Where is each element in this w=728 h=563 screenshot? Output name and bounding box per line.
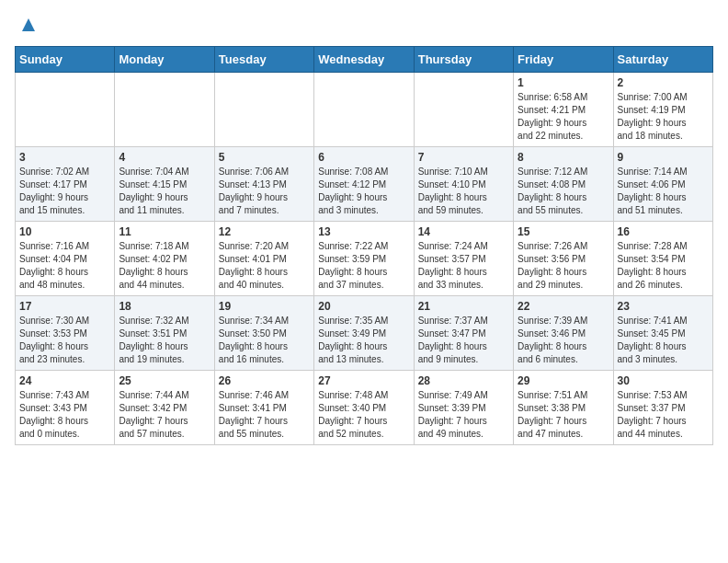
day-info: Sunrise: 7:12 AM Sunset: 4:08 PM Dayligh… (518, 166, 609, 217)
calendar-cell: 5Sunrise: 7:06 AM Sunset: 4:13 PM Daylig… (214, 147, 313, 222)
calendar-cell: 6Sunrise: 7:08 AM Sunset: 4:12 PM Daylig… (314, 147, 414, 222)
calendar-cell: 22Sunrise: 7:39 AM Sunset: 3:46 PM Dayli… (514, 296, 613, 371)
calendar-cell: 25Sunrise: 7:44 AM Sunset: 3:42 PM Dayli… (115, 371, 214, 445)
day-number: 20 (318, 300, 409, 313)
day-info: Sunrise: 7:16 AM Sunset: 4:04 PM Dayligh… (19, 240, 110, 292)
day-number: 26 (219, 374, 310, 387)
day-number: 7 (418, 151, 509, 164)
calendar-cell (16, 73, 115, 147)
day-info: Sunrise: 7:18 AM Sunset: 4:02 PM Dayligh… (119, 240, 210, 292)
day-info: Sunrise: 7:34 AM Sunset: 3:50 PM Dayligh… (219, 315, 310, 366)
calendar-week-5: 24Sunrise: 7:43 AM Sunset: 3:43 PM Dayli… (16, 371, 713, 445)
day-number: 22 (518, 300, 609, 313)
day-header-thursday: Thursday (414, 47, 513, 73)
calendar-cell: 10Sunrise: 7:16 AM Sunset: 4:04 PM Dayli… (16, 222, 115, 296)
day-info: Sunrise: 7:37 AM Sunset: 3:47 PM Dayligh… (418, 315, 509, 366)
calendar-cell (414, 73, 513, 147)
calendar-cell: 7Sunrise: 7:10 AM Sunset: 4:10 PM Daylig… (414, 147, 513, 222)
day-header-monday: Monday (115, 47, 214, 73)
calendar-cell: 12Sunrise: 7:20 AM Sunset: 4:01 PM Dayli… (214, 222, 313, 296)
day-info: Sunrise: 7:39 AM Sunset: 3:46 PM Dayligh… (518, 315, 609, 366)
day-number: 30 (618, 374, 709, 387)
calendar-cell (214, 73, 313, 147)
calendar-cell: 16Sunrise: 7:28 AM Sunset: 3:54 PM Dayli… (613, 222, 712, 296)
calendar-cell: 19Sunrise: 7:34 AM Sunset: 3:50 PM Dayli… (214, 296, 313, 371)
day-info: Sunrise: 7:06 AM Sunset: 4:13 PM Dayligh… (219, 166, 310, 217)
header (15, 15, 713, 35)
calendar-cell: 4Sunrise: 7:04 AM Sunset: 4:15 PM Daylig… (115, 147, 214, 222)
calendar-cell: 8Sunrise: 7:12 AM Sunset: 4:08 PM Daylig… (514, 147, 613, 222)
calendar-cell: 2Sunrise: 7:00 AM Sunset: 4:19 PM Daylig… (613, 73, 712, 147)
calendar-cell: 13Sunrise: 7:22 AM Sunset: 3:59 PM Dayli… (314, 222, 414, 296)
day-info: Sunrise: 7:14 AM Sunset: 4:06 PM Dayligh… (618, 166, 709, 217)
calendar-cell: 1Sunrise: 6:58 AM Sunset: 4:21 PM Daylig… (514, 73, 613, 147)
day-info: Sunrise: 7:35 AM Sunset: 3:49 PM Dayligh… (318, 315, 409, 366)
day-number: 3 (19, 151, 110, 164)
day-header-saturday: Saturday (613, 47, 712, 73)
svg-marker-0 (22, 18, 35, 31)
day-number: 2 (618, 76, 709, 89)
day-info: Sunrise: 7:20 AM Sunset: 4:01 PM Dayligh… (219, 240, 310, 292)
day-info: Sunrise: 6:58 AM Sunset: 4:21 PM Dayligh… (518, 91, 609, 143)
day-info: Sunrise: 7:02 AM Sunset: 4:17 PM Dayligh… (19, 166, 110, 217)
day-header-friday: Friday (514, 47, 613, 73)
day-info: Sunrise: 7:26 AM Sunset: 3:56 PM Dayligh… (518, 240, 609, 292)
day-header-tuesday: Tuesday (214, 47, 313, 73)
calendar-cell: 27Sunrise: 7:48 AM Sunset: 3:40 PM Dayli… (314, 371, 414, 445)
day-info: Sunrise: 7:00 AM Sunset: 4:19 PM Dayligh… (618, 91, 709, 143)
calendar-cell: 18Sunrise: 7:32 AM Sunset: 3:51 PM Dayli… (115, 296, 214, 371)
day-info: Sunrise: 7:44 AM Sunset: 3:42 PM Dayligh… (119, 389, 210, 441)
calendar-week-4: 17Sunrise: 7:30 AM Sunset: 3:53 PM Dayli… (16, 296, 713, 371)
day-info: Sunrise: 7:08 AM Sunset: 4:12 PM Dayligh… (318, 166, 409, 217)
day-number: 14 (418, 225, 509, 238)
calendar-week-1: 1Sunrise: 6:58 AM Sunset: 4:21 PM Daylig… (16, 73, 713, 147)
day-number: 9 (618, 151, 709, 164)
day-header-sunday: Sunday (16, 47, 115, 73)
day-number: 16 (618, 225, 709, 238)
calendar-cell (115, 73, 214, 147)
day-info: Sunrise: 7:24 AM Sunset: 3:57 PM Dayligh… (418, 240, 509, 292)
calendar-cell: 11Sunrise: 7:18 AM Sunset: 4:02 PM Dayli… (115, 222, 214, 296)
day-number: 27 (318, 374, 409, 387)
day-info: Sunrise: 7:53 AM Sunset: 3:37 PM Dayligh… (618, 389, 709, 441)
day-info: Sunrise: 7:48 AM Sunset: 3:40 PM Dayligh… (318, 389, 409, 441)
day-number: 21 (418, 300, 509, 313)
day-number: 17 (19, 300, 110, 313)
calendar-week-2: 3Sunrise: 7:02 AM Sunset: 4:17 PM Daylig… (16, 147, 713, 222)
day-number: 6 (318, 151, 409, 164)
day-info: Sunrise: 7:28 AM Sunset: 3:54 PM Dayligh… (618, 240, 709, 292)
day-number: 23 (618, 300, 709, 313)
day-number: 24 (19, 374, 110, 387)
day-info: Sunrise: 7:49 AM Sunset: 3:39 PM Dayligh… (418, 389, 509, 441)
logo (15, 15, 39, 35)
day-info: Sunrise: 7:51 AM Sunset: 3:38 PM Dayligh… (518, 389, 609, 441)
logo-icon (18, 15, 39, 35)
day-number: 5 (219, 151, 310, 164)
calendar-cell: 24Sunrise: 7:43 AM Sunset: 3:43 PM Dayli… (16, 371, 115, 445)
day-number: 18 (119, 300, 210, 313)
calendar-cell (314, 73, 414, 147)
day-info: Sunrise: 7:41 AM Sunset: 3:45 PM Dayligh… (618, 315, 709, 366)
day-info: Sunrise: 7:32 AM Sunset: 3:51 PM Dayligh… (119, 315, 210, 366)
calendar-cell: 26Sunrise: 7:46 AM Sunset: 3:41 PM Dayli… (214, 371, 313, 445)
day-header-wednesday: Wednesday (314, 47, 414, 73)
day-number: 15 (518, 225, 609, 238)
day-number: 25 (119, 374, 210, 387)
day-number: 11 (119, 225, 210, 238)
calendar-cell: 30Sunrise: 7:53 AM Sunset: 3:37 PM Dayli… (613, 371, 712, 445)
day-number: 10 (19, 225, 110, 238)
calendar-cell: 28Sunrise: 7:49 AM Sunset: 3:39 PM Dayli… (414, 371, 513, 445)
calendar-cell: 21Sunrise: 7:37 AM Sunset: 3:47 PM Dayli… (414, 296, 513, 371)
day-number: 4 (119, 151, 210, 164)
day-number: 13 (318, 225, 409, 238)
calendar-cell: 3Sunrise: 7:02 AM Sunset: 4:17 PM Daylig… (16, 147, 115, 222)
day-info: Sunrise: 7:46 AM Sunset: 3:41 PM Dayligh… (219, 389, 310, 441)
calendar-cell: 17Sunrise: 7:30 AM Sunset: 3:53 PM Dayli… (16, 296, 115, 371)
calendar-week-3: 10Sunrise: 7:16 AM Sunset: 4:04 PM Dayli… (16, 222, 713, 296)
calendar-cell: 14Sunrise: 7:24 AM Sunset: 3:57 PM Dayli… (414, 222, 513, 296)
day-info: Sunrise: 7:43 AM Sunset: 3:43 PM Dayligh… (19, 389, 110, 441)
day-info: Sunrise: 7:22 AM Sunset: 3:59 PM Dayligh… (318, 240, 409, 292)
day-number: 19 (219, 300, 310, 313)
calendar-table: SundayMondayTuesdayWednesdayThursdayFrid… (15, 46, 713, 445)
calendar-cell: 20Sunrise: 7:35 AM Sunset: 3:49 PM Dayli… (314, 296, 414, 371)
